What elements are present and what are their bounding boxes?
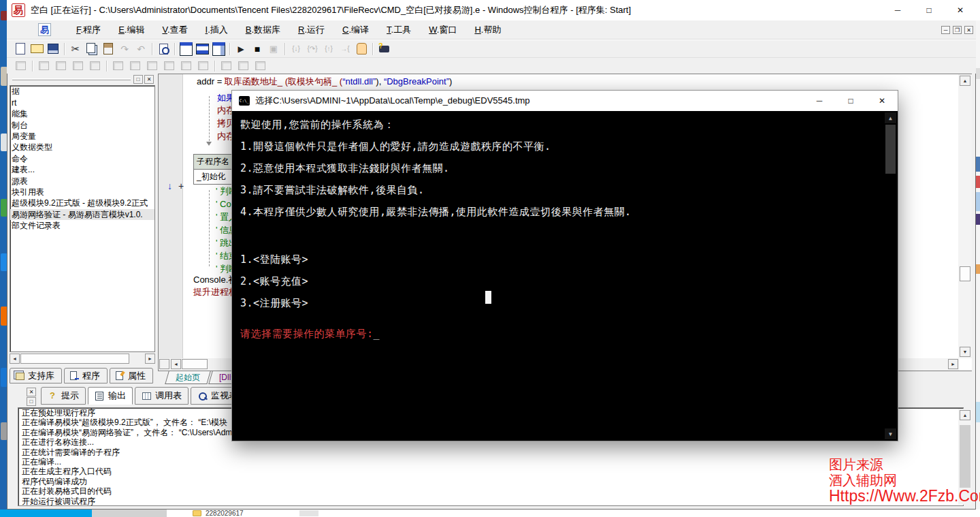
- panel-close-button[interactable]: ✕: [27, 388, 36, 396]
- toolbar-button[interactable]: [84, 42, 100, 57]
- toolbar-button[interactable]: [249, 42, 265, 57]
- scroll-up-arrow[interactable]: ▲: [960, 410, 970, 420]
- toolbar-button[interactable]: [116, 42, 133, 57]
- toolbar-button[interactable]: [149, 42, 155, 57]
- console-maximize-button[interactable]: □: [835, 91, 866, 111]
- scroll-left-arrow[interactable]: ◄: [10, 354, 20, 364]
- toolbar-button[interactable]: [29, 42, 45, 57]
- toolbar-button[interactable]: [178, 42, 194, 57]
- console-titlebar[interactable]: C:\_ 选择C:\Users\ADMINI~1\AppData\Local\T…: [232, 91, 898, 111]
- editor-tab[interactable]: 起始页: [165, 371, 210, 384]
- scroll-down-arrow[interactable]: ▼: [885, 428, 896, 439]
- toolbar-button[interactable]: [67, 42, 84, 57]
- menu-item[interactable]: C.编译: [333, 21, 378, 39]
- workspace-tree-item[interactable]: 据: [10, 86, 154, 97]
- workspace-tree-item[interactable]: 源表: [10, 176, 154, 187]
- toolbar-button[interactable]: [233, 42, 249, 57]
- panel-float-button[interactable]: □: [27, 397, 36, 406]
- output-tab[interactable]: 调用表: [135, 387, 189, 405]
- workspace-tree-item[interactable]: 超级模块9.2正式版 - 超级模块9.2正式: [10, 198, 154, 208]
- workspace-tab[interactable]: 程序: [64, 368, 108, 383]
- toolbar-button[interactable]: [337, 42, 353, 57]
- panel-close-button[interactable]: ✕: [144, 75, 154, 84]
- bg-fragment: [299, 510, 318, 516]
- toolbar-button[interactable]: [227, 42, 233, 57]
- menu-item[interactable]: V.查看: [153, 21, 196, 39]
- workspace-tree-item[interactable]: 部文件记录表: [10, 220, 154, 231]
- scrollbar-thumb[interactable]: [885, 125, 896, 174]
- console-window: C:\_ 选择C:\Users\ADMINI~1\AppData\Local\T…: [231, 90, 898, 441]
- mdi-child-icon[interactable]: 易: [38, 23, 51, 36]
- toolbar-button[interactable]: [370, 42, 376, 57]
- toolbar-button[interactable]: [210, 42, 227, 57]
- menu-item[interactable]: W.窗口: [420, 21, 466, 39]
- menu-item[interactable]: T.工具: [378, 21, 420, 39]
- minimize-button[interactable]: ─: [882, 0, 913, 20]
- toolbar-button[interactable]: [100, 42, 116, 57]
- menu-item[interactable]: H.帮助: [466, 21, 510, 39]
- workspace-tab[interactable]: 支持库: [10, 368, 62, 383]
- mdi-minimize-button[interactable]: ─: [941, 26, 950, 34]
- toolbar-button[interactable]: [282, 42, 288, 57]
- toolbar-button[interactable]: [265, 42, 282, 57]
- menu-item[interactable]: B.数据库: [237, 21, 289, 39]
- tab-icon: [48, 392, 58, 401]
- scroll-up-arrow[interactable]: ▲: [885, 112, 896, 123]
- scroll-right-arrow[interactable]: ►: [145, 354, 155, 364]
- maximize-button[interactable]: □: [913, 0, 945, 20]
- compile-log-line: 开始运行被调试程序: [18, 497, 963, 506]
- toolbar-button[interactable]: [12, 42, 29, 57]
- mdi-close-button[interactable]: ✕: [964, 26, 973, 34]
- console-close-button[interactable]: ✕: [866, 91, 898, 111]
- bg-fragment: [976, 176, 980, 188]
- output-tab[interactable]: 提示: [41, 387, 86, 405]
- console-content[interactable]: 歡迎使用,您當前的操作系統為：1.開發這個軟件只是作者個人的愛好,請勿造成遊戲秩…: [232, 111, 898, 441]
- scrollbar-thumb[interactable]: [20, 354, 129, 364]
- toolbar-button[interactable]: [194, 42, 210, 57]
- splitter-box[interactable]: [159, 359, 169, 369]
- toolbar-button[interactable]: [353, 42, 370, 57]
- console-minimize-button[interactable]: ─: [804, 91, 835, 111]
- workspace-panel-header[interactable]: □ ✕: [10, 75, 155, 84]
- toolbar-button[interactable]: [288, 42, 304, 57]
- toolbar-button[interactable]: [45, 42, 61, 57]
- mdi-restore-button[interactable]: ❐: [953, 26, 962, 34]
- close-button[interactable]: ✕: [945, 0, 976, 20]
- workspace-tree-item[interactable]: 能集: [10, 108, 154, 119]
- scroll-down-arrow[interactable]: ▼: [960, 347, 970, 357]
- output-tab[interactable]: 输出: [88, 387, 133, 405]
- toolbar-button[interactable]: [172, 42, 178, 57]
- toolbar-button-disabled: [235, 59, 252, 73]
- editor-vscrollbar[interactable]: ▲ ▼: [958, 74, 972, 358]
- workspace-hscrollbar[interactable]: ◄ ►: [10, 354, 155, 364]
- panel-float-button[interactable]: □: [133, 75, 143, 84]
- scroll-left-arrow[interactable]: ◄: [171, 359, 181, 369]
- toolbar-button[interactable]: [61, 42, 67, 57]
- workspace-tree-item[interactable]: 义数据类型: [10, 142, 154, 153]
- toolbar-button[interactable]: [321, 42, 337, 57]
- workspace-tree-item[interactable]: 命令: [10, 153, 154, 164]
- panel-grip[interactable]: [12, 78, 131, 80]
- scroll-right-arrow[interactable]: ►: [948, 359, 958, 369]
- console-vscrollbar[interactable]: ▲ ▼: [885, 112, 896, 439]
- scroll-up-arrow[interactable]: ▲: [960, 76, 970, 86]
- menu-item[interactable]: I.插入: [197, 21, 237, 39]
- menu-item[interactable]: E.编辑: [110, 21, 153, 39]
- toolbar-button[interactable]: [155, 42, 172, 57]
- menu-item[interactable]: R.运行: [289, 21, 333, 39]
- expand-plus-icon[interactable]: +: [178, 181, 184, 191]
- workspace-tree-item[interactable]: 建表...: [10, 164, 154, 175]
- workspace-tab[interactable]: 属性: [110, 368, 153, 383]
- workspace-tree-item[interactable]: rt: [10, 97, 154, 108]
- workspace-tree-item[interactable]: 块引用表: [10, 187, 154, 198]
- toolbar-button[interactable]: [133, 42, 149, 57]
- scrollbar-thumb[interactable]: [182, 359, 208, 369]
- scrollbar-thumb[interactable]: [960, 266, 970, 281]
- text-cursor: _: [374, 328, 380, 340]
- toolbar-button[interactable]: [304, 42, 321, 57]
- workspace-tree-item[interactable]: 易游网络验证 - 易游易语言模块v1.0.: [10, 209, 154, 220]
- toolbar-button[interactable]: [376, 42, 392, 57]
- workspace-tree-item[interactable]: 局变量: [10, 131, 154, 142]
- workspace-tree-item[interactable]: 制台: [10, 120, 154, 131]
- menu-item[interactable]: F.程序: [67, 21, 110, 39]
